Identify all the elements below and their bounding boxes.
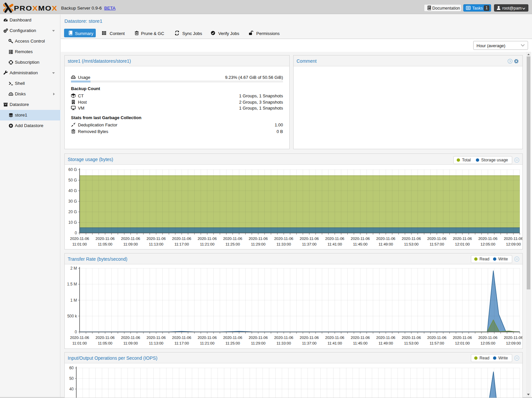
svg-text:11:33:00: 11:33:00	[276, 341, 291, 345]
svg-text:2020-11-06: 2020-11-06	[249, 336, 268, 340]
svg-text:2020-11-06: 2020-11-06	[70, 237, 89, 241]
svg-text:11:21:00: 11:21:00	[200, 341, 214, 345]
svg-text:50 G: 50 G	[68, 178, 77, 182]
svg-text:11:25:00: 11:25:00	[226, 242, 240, 246]
svg-text:2020-11-06: 2020-11-06	[453, 336, 472, 340]
svg-text:11:49:00: 11:49:00	[378, 341, 393, 345]
svg-text:0: 0	[75, 330, 77, 334]
svg-text:50: 50	[69, 376, 74, 381]
svg-text:12:01:00: 12:01:00	[455, 242, 470, 246]
svg-text:11:25:00: 11:25:00	[226, 341, 240, 345]
svg-text:11:57:00: 11:57:00	[430, 242, 444, 246]
svg-text:2020-11-06: 2020-11-06	[172, 336, 191, 340]
svg-text:60 G: 60 G	[68, 167, 77, 172]
svg-text:60: 60	[69, 366, 74, 370]
svg-text:11:21:00: 11:21:00	[200, 242, 214, 246]
svg-text:40 G: 40 G	[68, 188, 77, 193]
svg-text:2020-11-06: 2020-11-06	[274, 237, 293, 241]
svg-text:2020-11-06: 2020-11-06	[121, 336, 140, 340]
svg-text:11:45:00: 11:45:00	[353, 242, 368, 246]
svg-text:10 G: 10 G	[68, 220, 77, 225]
svg-text:11:53:00: 11:53:00	[404, 341, 419, 345]
svg-text:11:29:00: 11:29:00	[251, 242, 266, 246]
svg-text:11:53:00: 11:53:00	[404, 242, 419, 246]
svg-text:2020-11-06: 2020-11-06	[351, 237, 370, 241]
svg-text:11:17:00: 11:17:00	[174, 242, 189, 246]
svg-text:2020-11-06: 2020-11-06	[478, 237, 497, 241]
svg-text:2020-11-06: 2020-11-06	[427, 237, 446, 241]
svg-text:12:09:00: 12:09:00	[506, 341, 521, 345]
svg-text:11:45:00: 11:45:00	[353, 341, 368, 345]
svg-text:2 M: 2 M	[70, 266, 77, 271]
svg-text:11:09:00: 11:09:00	[124, 341, 138, 345]
svg-text:2020-11-06: 2020-11-06	[504, 237, 522, 241]
svg-text:1.5 M: 1.5 M	[67, 282, 77, 286]
svg-text:11:37:00: 11:37:00	[302, 341, 317, 345]
svg-text:2020-11-06: 2020-11-06	[402, 237, 421, 241]
svg-text:2020-11-06: 2020-11-06	[504, 336, 522, 340]
svg-text:2020-11-06: 2020-11-06	[351, 336, 370, 340]
svg-text:2020-11-06: 2020-11-06	[172, 237, 191, 241]
svg-text:2020-11-06: 2020-11-06	[197, 237, 217, 241]
svg-text:30 G: 30 G	[68, 199, 77, 204]
svg-text:11:13:00: 11:13:00	[149, 341, 163, 345]
svg-text:1 M: 1 M	[70, 298, 77, 303]
svg-text:2020-11-06: 2020-11-06	[147, 237, 166, 241]
svg-text:11:05:00: 11:05:00	[98, 341, 112, 345]
svg-text:2020-11-06: 2020-11-06	[121, 237, 140, 241]
svg-text:2020-11-06: 2020-11-06	[427, 336, 446, 340]
svg-text:11:17:00: 11:17:00	[174, 341, 189, 345]
svg-text:11:33:00: 11:33:00	[276, 242, 291, 246]
svg-text:2020-11-06: 2020-11-06	[223, 237, 242, 241]
svg-text:2020-11-06: 2020-11-06	[249, 237, 268, 241]
svg-text:2020-11-06: 2020-11-06	[376, 237, 395, 241]
svg-text:12:05:00: 12:05:00	[480, 341, 495, 345]
svg-text:2020-11-06: 2020-11-06	[325, 237, 344, 241]
svg-text:2020-11-06: 2020-11-06	[300, 336, 319, 340]
svg-text:2020-11-06: 2020-11-06	[274, 336, 293, 340]
svg-text:2020-11-06: 2020-11-06	[402, 336, 421, 340]
svg-text:2020-11-06: 2020-11-06	[95, 237, 115, 241]
svg-text:11:05:00: 11:05:00	[98, 242, 112, 246]
svg-text:2020-11-06: 2020-11-06	[376, 336, 395, 340]
svg-text:40: 40	[69, 387, 74, 391]
svg-text:12:01:00: 12:01:00	[455, 341, 470, 345]
svg-text:11:41:00: 11:41:00	[328, 242, 342, 246]
svg-text:20 G: 20 G	[68, 210, 77, 214]
svg-text:2020-11-06: 2020-11-06	[478, 336, 497, 340]
svg-text:12:05:00: 12:05:00	[480, 242, 495, 246]
svg-text:11:01:00: 11:01:00	[72, 341, 87, 345]
svg-text:2020-11-06: 2020-11-06	[300, 237, 319, 241]
svg-text:11:09:00: 11:09:00	[124, 242, 138, 246]
svg-text:2020-11-06: 2020-11-06	[147, 336, 166, 340]
svg-text:2020-11-06: 2020-11-06	[453, 237, 472, 241]
svg-text:2020-11-06: 2020-11-06	[95, 336, 115, 340]
svg-text:11:13:00: 11:13:00	[149, 242, 163, 246]
svg-text:500 k: 500 k	[67, 314, 77, 318]
svg-text:2020-11-06: 2020-11-06	[197, 336, 217, 340]
svg-text:11:49:00: 11:49:00	[378, 242, 393, 246]
svg-text:11:01:00: 11:01:00	[72, 242, 87, 246]
svg-text:0: 0	[75, 231, 77, 235]
svg-text:12:09:00: 12:09:00	[506, 242, 521, 246]
svg-text:11:57:00: 11:57:00	[430, 341, 444, 345]
svg-text:2020-11-06: 2020-11-06	[325, 336, 344, 340]
svg-text:2020-11-06: 2020-11-06	[70, 336, 89, 340]
svg-text:11:37:00: 11:37:00	[302, 242, 317, 246]
svg-text:11:29:00: 11:29:00	[251, 341, 266, 345]
svg-text:11:41:00: 11:41:00	[328, 341, 342, 345]
svg-text:2020-11-06: 2020-11-06	[223, 336, 242, 340]
